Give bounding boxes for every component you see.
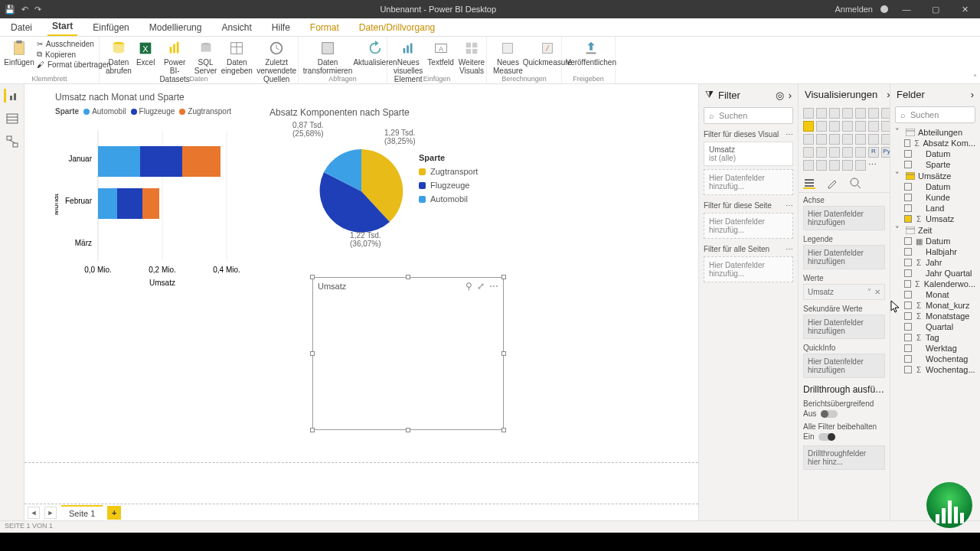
field-item[interactable]: ΣMonat_kurz: [892, 300, 978, 311]
filter-icon[interactable]: ⚲: [466, 281, 472, 292]
svg-rect-20: [466, 43, 471, 47]
data-view-icon[interactable]: [5, 112, 19, 126]
svg-rect-15: [403, 48, 406, 53]
fields-search-input[interactable]: ⌕Suchen: [895, 106, 975, 123]
svg-rect-41: [98, 146, 140, 177]
svg-text:0,0 Mio.: 0,0 Mio.: [84, 266, 112, 274]
signin-link[interactable]: Anmelden: [835, 5, 873, 14]
svg-rect-62: [906, 227, 915, 234]
field-item[interactable]: ΣTag: [892, 332, 978, 343]
more-visuals-button[interactable]: Weitere Visuals: [459, 40, 485, 75]
tab-view[interactable]: Ansicht: [217, 19, 256, 36]
analytics-tab-icon[interactable]: [849, 177, 861, 189]
collapse-filter-icon[interactable]: ›: [789, 90, 792, 101]
save-icon[interactable]: 💾: [5, 5, 15, 15]
filter-card[interactable]: Umsatz ist (alle): [704, 142, 793, 166]
svg-rect-17: [410, 44, 413, 54]
field-item[interactable]: ▦Datum: [892, 236, 978, 246]
cross-report-toggle[interactable]: [821, 410, 838, 418]
field-item[interactable]: Jahr Quartal: [892, 268, 978, 279]
field-table[interactable]: ˅Abteilungen: [892, 126, 978, 138]
svg-rect-58: [906, 129, 915, 136]
eye-icon[interactable]: ◎: [776, 90, 784, 101]
field-item[interactable]: Quartal: [892, 321, 978, 332]
maximize-button[interactable]: ▢: [925, 5, 946, 15]
pie-chart-visual[interactable]: Absatz Komponenten nach Sparte 0,87 Tsd.…: [270, 107, 514, 260]
field-item[interactable]: Kunde: [892, 192, 978, 203]
publish-button[interactable]: Veröffentlichen: [568, 40, 614, 67]
collapse-fields-icon[interactable]: ›: [971, 89, 974, 100]
excel-button[interactable]: XExcel: [136, 40, 155, 67]
tooltip-well[interactable]: Hier Datenfelder hinzufügen: [803, 354, 885, 378]
fields-tab-icon[interactable]: [803, 177, 815, 189]
field-item[interactable]: Land: [892, 203, 978, 214]
field-item[interactable]: ΣUmsatz: [892, 214, 978, 224]
get-data-button[interactable]: Daten abrufen: [106, 40, 132, 75]
undo-icon[interactable]: ↶: [21, 5, 28, 15]
enter-data-button[interactable]: Daten eingeben: [221, 40, 252, 75]
field-item[interactable]: Wochentag: [892, 354, 978, 364]
textbox-button[interactable]: ATextfeld: [427, 40, 453, 67]
selected-visual-placeholder[interactable]: Umsatz ⚲ ⤢ ⋯: [312, 277, 504, 430]
sql-server-button[interactable]: SQL Server: [194, 40, 217, 75]
tab-format[interactable]: Format: [305, 19, 344, 36]
model-view-icon[interactable]: [5, 135, 19, 148]
close-button[interactable]: ✕: [954, 5, 975, 15]
values-well[interactable]: Umsatz˅✕: [803, 284, 885, 300]
redo-icon[interactable]: ↷: [34, 5, 41, 15]
field-table[interactable]: ˅Zeit: [892, 224, 978, 236]
new-measure-button[interactable]: Neues Measure: [493, 40, 523, 75]
drillthrough-well[interactable]: Drillthroughfelder hier hinz...: [803, 445, 885, 470]
secondary-well[interactable]: Hier Datenfelder hinzufügen: [803, 315, 885, 339]
report-view-icon[interactable]: [4, 89, 18, 103]
transform-data-button[interactable]: Daten transformieren: [305, 40, 351, 75]
add-page-button[interactable]: +: [107, 506, 121, 520]
collapse-ribbon-icon[interactable]: ˄: [973, 73, 977, 82]
field-item[interactable]: Monat: [892, 289, 978, 300]
field-item[interactable]: ΣAbsatz Kom...: [892, 138, 978, 148]
svg-text:Monat: Monat: [55, 194, 60, 215]
svg-text:Februar: Februar: [65, 197, 93, 205]
tab-insert[interactable]: Einfügen: [88, 19, 133, 36]
tab-file[interactable]: Datei: [6, 19, 37, 36]
filter-drop-all[interactable]: Hier Datenfelder hinzufüg...: [704, 256, 793, 282]
field-item[interactable]: ΣJahr: [892, 257, 978, 268]
more-icon[interactable]: ⋯: [489, 281, 498, 292]
account-icon[interactable]: [880, 5, 888, 13]
legend-well[interactable]: Hier Datenfelder hinzufügen: [803, 245, 885, 269]
visualization-gallery[interactable]: RPy ⋯: [799, 105, 890, 174]
filter-pane: ⧩Filter◎› ⌕Suchen Filter für dieses Visu…: [698, 84, 798, 520]
page-prev-button[interactable]: ◄: [28, 507, 40, 519]
filter-drop-visual[interactable]: Hier Datenfelder hinzufüg...: [704, 169, 793, 195]
report-canvas[interactable]: Umsatz nach Monat und Sparte Sparte Auto…: [24, 84, 698, 504]
field-table[interactable]: ˅Umsätze: [892, 170, 978, 181]
field-item[interactable]: ΣKalenderwo...: [892, 279, 978, 289]
field-item[interactable]: Halbjahr: [892, 246, 978, 257]
filter-drop-page[interactable]: Hier Datenfelder hinzufüg...: [704, 213, 793, 239]
tab-help[interactable]: Hilfe: [267, 19, 295, 36]
field-item[interactable]: Sparte: [892, 159, 978, 170]
format-tab-icon[interactable]: [826, 177, 838, 189]
tab-home[interactable]: Start: [47, 18, 77, 36]
field-item[interactable]: Datum: [892, 148, 978, 159]
field-item[interactable]: ΣWochentag...: [892, 364, 978, 375]
svg-text:X: X: [142, 44, 149, 54]
field-item[interactable]: ΣMonatstage: [892, 311, 978, 321]
field-item[interactable]: Datum: [892, 181, 978, 192]
fields-pane: Felder› ⌕Suchen ˅AbteilungenΣAbsatz Kom.…: [890, 84, 980, 520]
svg-line-57: [858, 185, 861, 188]
tab-modeling[interactable]: Modellierung: [145, 19, 207, 36]
bar-chart-visual[interactable]: Umsatz nach Monat und Sparte Sparte Auto…: [55, 92, 254, 306]
axis-well[interactable]: Hier Datenfelder hinzufügen: [803, 206, 885, 230]
page-tab[interactable]: Seite 1: [61, 505, 103, 520]
filter-icon: ⧩: [705, 89, 714, 101]
page-next-button[interactable]: ►: [44, 507, 57, 519]
field-item[interactable]: Werktag: [892, 343, 978, 354]
focus-icon[interactable]: ⤢: [477, 281, 485, 292]
filter-search-input[interactable]: ⌕Suchen: [704, 107, 793, 124]
paste-button[interactable]: Einfügen: [6, 40, 32, 67]
keep-filters-toggle[interactable]: [818, 433, 835, 441]
minimize-button[interactable]: —: [896, 5, 917, 14]
svg-rect-6: [173, 44, 175, 54]
tab-drill[interactable]: Daten/Drillvorgang: [354, 19, 439, 36]
